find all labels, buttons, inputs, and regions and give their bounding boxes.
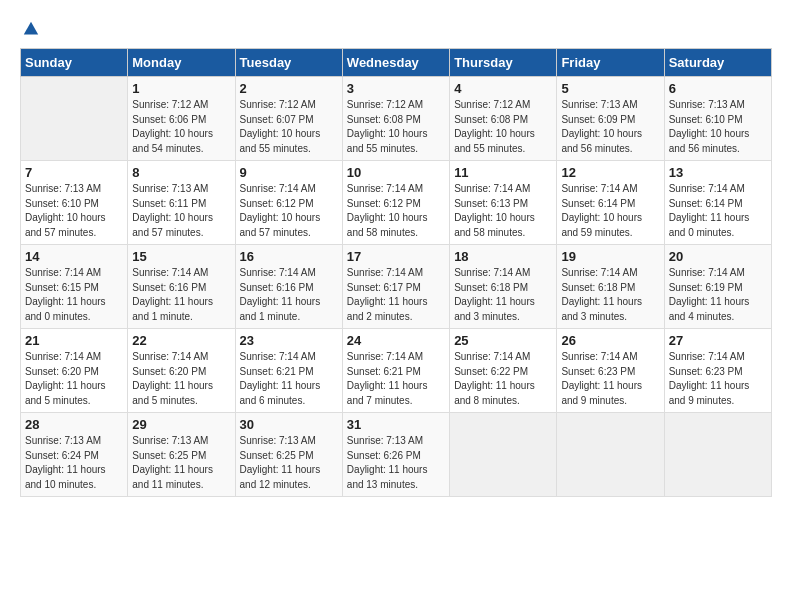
page-header — [20, 20, 772, 38]
calendar-week-row: 14Sunrise: 7:14 AM Sunset: 6:15 PM Dayli… — [21, 245, 772, 329]
day-number: 16 — [240, 249, 338, 264]
calendar-cell: 26Sunrise: 7:14 AM Sunset: 6:23 PM Dayli… — [557, 329, 664, 413]
calendar-cell: 18Sunrise: 7:14 AM Sunset: 6:18 PM Dayli… — [450, 245, 557, 329]
day-number: 30 — [240, 417, 338, 432]
calendar-cell — [664, 413, 771, 497]
day-number: 19 — [561, 249, 659, 264]
day-info: Sunrise: 7:14 AM Sunset: 6:21 PM Dayligh… — [240, 350, 338, 408]
day-info: Sunrise: 7:13 AM Sunset: 6:10 PM Dayligh… — [25, 182, 123, 240]
calendar-cell: 2Sunrise: 7:12 AM Sunset: 6:07 PM Daylig… — [235, 77, 342, 161]
calendar-cell: 20Sunrise: 7:14 AM Sunset: 6:19 PM Dayli… — [664, 245, 771, 329]
day-number: 12 — [561, 165, 659, 180]
weekday-header: Saturday — [664, 49, 771, 77]
calendar-cell: 23Sunrise: 7:14 AM Sunset: 6:21 PM Dayli… — [235, 329, 342, 413]
day-number: 15 — [132, 249, 230, 264]
svg-marker-0 — [24, 22, 38, 35]
day-number: 22 — [132, 333, 230, 348]
day-info: Sunrise: 7:13 AM Sunset: 6:25 PM Dayligh… — [132, 434, 230, 492]
day-info: Sunrise: 7:14 AM Sunset: 6:20 PM Dayligh… — [132, 350, 230, 408]
day-info: Sunrise: 7:13 AM Sunset: 6:26 PM Dayligh… — [347, 434, 445, 492]
calendar-cell: 7Sunrise: 7:13 AM Sunset: 6:10 PM Daylig… — [21, 161, 128, 245]
day-info: Sunrise: 7:14 AM Sunset: 6:23 PM Dayligh… — [669, 350, 767, 408]
logo — [20, 20, 40, 38]
calendar-cell: 21Sunrise: 7:14 AM Sunset: 6:20 PM Dayli… — [21, 329, 128, 413]
day-number: 27 — [669, 333, 767, 348]
day-number: 4 — [454, 81, 552, 96]
day-info: Sunrise: 7:14 AM Sunset: 6:17 PM Dayligh… — [347, 266, 445, 324]
day-number: 24 — [347, 333, 445, 348]
calendar-cell: 5Sunrise: 7:13 AM Sunset: 6:09 PM Daylig… — [557, 77, 664, 161]
day-info: Sunrise: 7:13 AM Sunset: 6:25 PM Dayligh… — [240, 434, 338, 492]
calendar-cell: 29Sunrise: 7:13 AM Sunset: 6:25 PM Dayli… — [128, 413, 235, 497]
day-number: 20 — [669, 249, 767, 264]
calendar-week-row: 7Sunrise: 7:13 AM Sunset: 6:10 PM Daylig… — [21, 161, 772, 245]
calendar-cell: 16Sunrise: 7:14 AM Sunset: 6:16 PM Dayli… — [235, 245, 342, 329]
day-number: 26 — [561, 333, 659, 348]
day-info: Sunrise: 7:14 AM Sunset: 6:18 PM Dayligh… — [561, 266, 659, 324]
calendar-cell: 25Sunrise: 7:14 AM Sunset: 6:22 PM Dayli… — [450, 329, 557, 413]
day-number: 5 — [561, 81, 659, 96]
calendar-cell: 15Sunrise: 7:14 AM Sunset: 6:16 PM Dayli… — [128, 245, 235, 329]
calendar-cell: 10Sunrise: 7:14 AM Sunset: 6:12 PM Dayli… — [342, 161, 449, 245]
calendar-week-row: 1Sunrise: 7:12 AM Sunset: 6:06 PM Daylig… — [21, 77, 772, 161]
day-info: Sunrise: 7:13 AM Sunset: 6:24 PM Dayligh… — [25, 434, 123, 492]
day-number: 31 — [347, 417, 445, 432]
day-info: Sunrise: 7:14 AM Sunset: 6:18 PM Dayligh… — [454, 266, 552, 324]
calendar-cell: 31Sunrise: 7:13 AM Sunset: 6:26 PM Dayli… — [342, 413, 449, 497]
day-number: 10 — [347, 165, 445, 180]
weekday-header: Sunday — [21, 49, 128, 77]
day-number: 2 — [240, 81, 338, 96]
day-info: Sunrise: 7:14 AM Sunset: 6:15 PM Dayligh… — [25, 266, 123, 324]
calendar-week-row: 21Sunrise: 7:14 AM Sunset: 6:20 PM Dayli… — [21, 329, 772, 413]
day-number: 14 — [25, 249, 123, 264]
day-info: Sunrise: 7:14 AM Sunset: 6:19 PM Dayligh… — [669, 266, 767, 324]
weekday-header: Monday — [128, 49, 235, 77]
day-info: Sunrise: 7:12 AM Sunset: 6:06 PM Dayligh… — [132, 98, 230, 156]
day-number: 11 — [454, 165, 552, 180]
calendar-cell: 12Sunrise: 7:14 AM Sunset: 6:14 PM Dayli… — [557, 161, 664, 245]
day-number: 9 — [240, 165, 338, 180]
day-number: 28 — [25, 417, 123, 432]
calendar-cell: 24Sunrise: 7:14 AM Sunset: 6:21 PM Dayli… — [342, 329, 449, 413]
day-info: Sunrise: 7:14 AM Sunset: 6:14 PM Dayligh… — [561, 182, 659, 240]
logo-icon — [22, 20, 40, 38]
calendar-cell: 9Sunrise: 7:14 AM Sunset: 6:12 PM Daylig… — [235, 161, 342, 245]
day-info: Sunrise: 7:14 AM Sunset: 6:12 PM Dayligh… — [240, 182, 338, 240]
day-number: 21 — [25, 333, 123, 348]
day-number: 1 — [132, 81, 230, 96]
day-number: 6 — [669, 81, 767, 96]
calendar-header: SundayMondayTuesdayWednesdayThursdayFrid… — [21, 49, 772, 77]
weekday-header: Wednesday — [342, 49, 449, 77]
day-info: Sunrise: 7:14 AM Sunset: 6:21 PM Dayligh… — [347, 350, 445, 408]
calendar-cell: 30Sunrise: 7:13 AM Sunset: 6:25 PM Dayli… — [235, 413, 342, 497]
calendar-cell: 22Sunrise: 7:14 AM Sunset: 6:20 PM Dayli… — [128, 329, 235, 413]
calendar-cell — [21, 77, 128, 161]
day-number: 25 — [454, 333, 552, 348]
calendar-cell: 19Sunrise: 7:14 AM Sunset: 6:18 PM Dayli… — [557, 245, 664, 329]
calendar-cell: 6Sunrise: 7:13 AM Sunset: 6:10 PM Daylig… — [664, 77, 771, 161]
day-info: Sunrise: 7:14 AM Sunset: 6:20 PM Dayligh… — [25, 350, 123, 408]
calendar-cell: 1Sunrise: 7:12 AM Sunset: 6:06 PM Daylig… — [128, 77, 235, 161]
weekday-header: Thursday — [450, 49, 557, 77]
calendar-cell — [450, 413, 557, 497]
day-number: 13 — [669, 165, 767, 180]
day-info: Sunrise: 7:14 AM Sunset: 6:16 PM Dayligh… — [132, 266, 230, 324]
day-number: 8 — [132, 165, 230, 180]
day-info: Sunrise: 7:13 AM Sunset: 6:10 PM Dayligh… — [669, 98, 767, 156]
day-number: 29 — [132, 417, 230, 432]
day-info: Sunrise: 7:12 AM Sunset: 6:08 PM Dayligh… — [454, 98, 552, 156]
day-info: Sunrise: 7:14 AM Sunset: 6:16 PM Dayligh… — [240, 266, 338, 324]
day-info: Sunrise: 7:12 AM Sunset: 6:08 PM Dayligh… — [347, 98, 445, 156]
calendar-cell: 13Sunrise: 7:14 AM Sunset: 6:14 PM Dayli… — [664, 161, 771, 245]
day-info: Sunrise: 7:14 AM Sunset: 6:13 PM Dayligh… — [454, 182, 552, 240]
day-info: Sunrise: 7:13 AM Sunset: 6:11 PM Dayligh… — [132, 182, 230, 240]
calendar-cell: 11Sunrise: 7:14 AM Sunset: 6:13 PM Dayli… — [450, 161, 557, 245]
calendar-cell: 28Sunrise: 7:13 AM Sunset: 6:24 PM Dayli… — [21, 413, 128, 497]
calendar-cell: 3Sunrise: 7:12 AM Sunset: 6:08 PM Daylig… — [342, 77, 449, 161]
calendar-body: 1Sunrise: 7:12 AM Sunset: 6:06 PM Daylig… — [21, 77, 772, 497]
weekday-header: Tuesday — [235, 49, 342, 77]
calendar-cell: 17Sunrise: 7:14 AM Sunset: 6:17 PM Dayli… — [342, 245, 449, 329]
day-info: Sunrise: 7:13 AM Sunset: 6:09 PM Dayligh… — [561, 98, 659, 156]
day-info: Sunrise: 7:14 AM Sunset: 6:14 PM Dayligh… — [669, 182, 767, 240]
calendar-week-row: 28Sunrise: 7:13 AM Sunset: 6:24 PM Dayli… — [21, 413, 772, 497]
